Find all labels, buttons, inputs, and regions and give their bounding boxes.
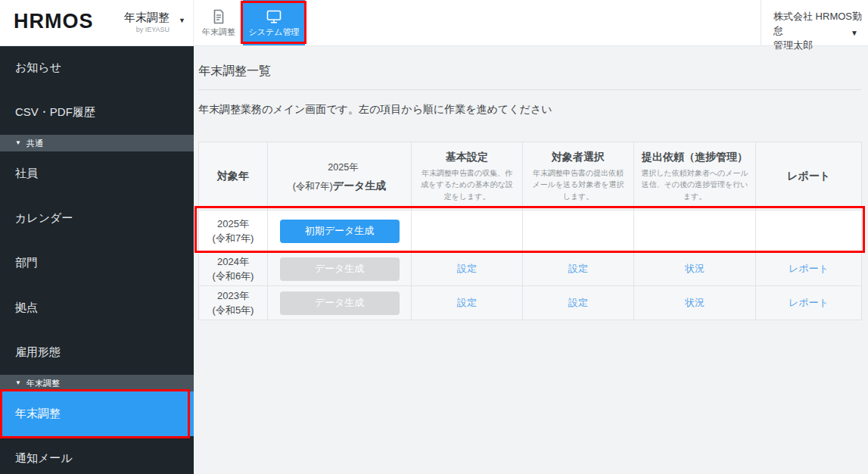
sidebar-item-label: 社員 xyxy=(15,167,38,181)
tab-nenmatsu-chosei[interactable]: 年末調整 xyxy=(194,0,243,45)
sidebar-item-label: 部門 xyxy=(15,256,38,270)
action-cell: 状況 xyxy=(634,252,756,286)
column-header-title: 対象者選択 xyxy=(523,150,633,164)
target-year-cell: 2024年(令和6年) xyxy=(199,252,268,286)
logo-area: HRMOS 年末調整 by IEYASU ▼ xyxy=(0,0,194,45)
column-header: 提出依頼（進捗管理）選択した依頼対象者へのメール送信、その後の進捗管理を行います… xyxy=(634,142,756,210)
empty-cell xyxy=(634,210,756,252)
table-row: 2025年(令和7年)初期データ生成 xyxy=(199,210,862,252)
table-row: 2023年(令和5年)データ生成設定設定状況レポート xyxy=(199,286,862,320)
product-name: 年末調整 by IEYASU xyxy=(124,11,170,33)
empty-cell xyxy=(756,210,862,252)
action-cell: 設定 xyxy=(412,286,523,320)
empty-cell xyxy=(412,210,523,252)
sidebar-section-label: 共通 xyxy=(26,138,43,149)
title-divider xyxy=(198,89,861,90)
column-header: 対象者選択年末調整申告書の提出依頼メールを送る対象者を選択します。 xyxy=(523,142,634,210)
logo-dropdown-caret-icon[interactable]: ▼ xyxy=(179,17,185,24)
top-navigation: 年末調整 システム管理 xyxy=(194,0,305,45)
action-cell: 設定 xyxy=(523,252,634,286)
sidebar-item-label: 雇用形態 xyxy=(15,345,61,360)
sidebar-item[interactable]: 部門 xyxy=(0,241,194,285)
sidebar-item-label: 拠点 xyxy=(15,301,38,315)
column-header: 基本設定年末調整申告書の収集、作成をするための基本的な設定をします。 xyxy=(412,142,523,210)
sidebar-item[interactable]: お知らせ xyxy=(0,45,194,90)
sidebar-section-header[interactable]: ▼年末調整 xyxy=(0,375,194,391)
column-header: 対象年 xyxy=(199,142,268,210)
user-menu[interactable]: 株式会社 HRMOS勤怠 管理太郎 ▼ xyxy=(761,0,868,45)
basic-settings-link[interactable]: 設定 xyxy=(457,263,477,274)
data-generation-cell: データ生成 xyxy=(268,286,412,320)
column-header-title: 提出依頼（進捗管理） xyxy=(634,150,755,164)
column-header-subtitle: 年末調整申告書の収集、作成をするための基本的な設定をします。 xyxy=(412,167,522,203)
sidebar-item[interactable]: 通知メール xyxy=(0,436,194,474)
sidebar-item[interactable]: カレンダー xyxy=(0,196,194,241)
target-selection-link[interactable]: 設定 xyxy=(568,263,588,274)
target-selection-link[interactable]: 設定 xyxy=(568,297,588,308)
column-header-data-generation: 2025年(令和7年)データ生成 xyxy=(268,142,412,210)
sidebar-item[interactable]: 社員 xyxy=(0,151,194,196)
initial-data-generate-button[interactable]: 初期データ生成 xyxy=(280,220,400,243)
data-generation-cell: 初期データ生成 xyxy=(268,210,412,252)
status-link[interactable]: 状況 xyxy=(685,297,705,308)
column-header-title: 基本設定 xyxy=(412,150,522,164)
tab-system-admin[interactable]: システム管理 xyxy=(243,0,305,45)
status-link[interactable]: 状況 xyxy=(685,263,705,274)
main-content: 年末調整一覧 年末調整業務のメイン画面です。左の項目から順に作業を進めてください… xyxy=(194,45,868,474)
table-row: 2024年(令和6年)データ生成設定設定状況レポート xyxy=(199,252,862,286)
action-cell: 設定 xyxy=(523,286,634,320)
sidebar-item[interactable]: CSV・PDF履歴 xyxy=(0,90,194,135)
page-title: 年末調整一覧 xyxy=(198,64,271,80)
action-cell: 設定 xyxy=(412,252,523,286)
sidebar-item[interactable]: 年末調整 xyxy=(0,391,194,436)
document-icon xyxy=(211,9,226,24)
sidebar-item-label: お知らせ xyxy=(15,61,61,75)
monitor-icon xyxy=(266,9,282,24)
sidebar-item-label: 年末調整 xyxy=(15,407,61,421)
app-window: HRMOS 年末調整 by IEYASU ▼ 年末調整 xyxy=(0,0,868,474)
column-header-title: データ生成 xyxy=(333,179,387,192)
sidebar-item-label: CSV・PDF履歴 xyxy=(15,105,95,120)
target-year-cell: 2025年(令和7年) xyxy=(199,210,268,252)
section-caret-icon: ▼ xyxy=(15,380,21,386)
sidebar-section-header[interactable]: ▼共通 xyxy=(0,135,194,151)
sidebar: お知らせCSV・PDF履歴▼共通社員カレンダー部門拠点雇用形態▼年末調整年末調整… xyxy=(0,45,194,474)
empty-cell xyxy=(523,210,634,252)
column-header-subtitle: 年末調整申告書の提出依頼メールを送る対象者を選択します。 xyxy=(523,167,633,203)
byline: by IEYASU xyxy=(124,26,170,33)
report-link[interactable]: レポート xyxy=(789,263,829,274)
page-description: 年末調整業務のメイン画面です。左の項目から順に作業を進めてください xyxy=(198,103,552,117)
sidebar-item[interactable]: 雇用形態 xyxy=(0,330,194,375)
section-caret-icon: ▼ xyxy=(15,140,21,146)
data-generate-button: データ生成 xyxy=(280,257,400,281)
action-cell: 状況 xyxy=(634,286,756,320)
column-header-title: レポート xyxy=(756,169,861,182)
sidebar-item-label: カレンダー xyxy=(15,211,73,226)
sidebar-item[interactable]: 拠点 xyxy=(0,285,194,330)
action-cell: レポート xyxy=(756,286,862,320)
column-header: レポート xyxy=(756,142,862,210)
basic-settings-link[interactable]: 設定 xyxy=(457,297,477,308)
sidebar-section-label: 年末調整 xyxy=(26,378,60,389)
data-generate-button: データ生成 xyxy=(280,292,400,315)
user-dropdown-caret-icon: ▼ xyxy=(851,26,858,40)
action-cell: レポート xyxy=(756,252,862,286)
top-bar: HRMOS 年末調整 by IEYASU ▼ 年末調整 xyxy=(0,0,868,46)
sidebar-item-label: 通知メール xyxy=(15,451,73,466)
brand-logo: HRMOS xyxy=(14,10,94,33)
report-link[interactable]: レポート xyxy=(789,297,829,308)
column-header-subtitle: 選択した依頼対象者へのメール送信、その後の進捗管理を行います。 xyxy=(634,167,755,203)
data-generation-cell: データ生成 xyxy=(268,252,412,286)
column-header-title: 対象年 xyxy=(199,169,267,182)
year-end-adjustment-table: 対象年2025年(令和7年)データ生成基本設定年末調整申告書の収集、作成をするた… xyxy=(198,142,862,320)
target-year-cell: 2023年(令和5年) xyxy=(199,286,268,320)
